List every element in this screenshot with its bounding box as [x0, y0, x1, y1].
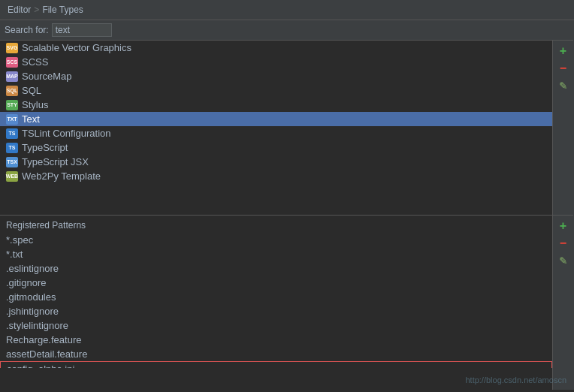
pattern-item[interactable]: .gitignore [0, 276, 552, 290]
title-bar: Editor > File Types [0, 0, 574, 20]
pattern-text: config_alpha.ini [7, 363, 74, 368]
registered-patterns-header: Registered Patterns [0, 216, 552, 233]
file-type-name: SourceMap [22, 71, 71, 82]
file-type-item[interactable]: STY Stylus [0, 98, 552, 112]
pattern-text: *.spec [6, 234, 33, 246]
add-file-type-button[interactable]: + [556, 44, 571, 59]
file-type-icon: SVG [6, 43, 18, 53]
watermark: http://blog.csdn.net/amoscn [465, 375, 566, 384]
file-type-name: SCSS [22, 56, 48, 68]
remove-file-type-button[interactable]: − [556, 61, 571, 76]
remove-pattern-button[interactable]: − [556, 236, 571, 251]
file-type-icon: SCS [6, 57, 18, 68]
pattern-text: .eslintignore [6, 263, 59, 274]
search-input[interactable] [52, 23, 112, 37]
file-type-name: Stylus [22, 99, 48, 110]
separator: > [34, 5, 39, 15]
file-types-label: File Types [42, 5, 83, 15]
file-type-item[interactable]: SVG Scalable Vector Graphics [0, 41, 552, 55]
pattern-text: Recharge.feature [6, 334, 81, 345]
file-type-icon: STY [6, 100, 18, 110]
file-type-icon: WEB [6, 171, 18, 182]
file-types-actions: + − ✎ [552, 41, 573, 215]
file-type-name: TSLint Configuration [22, 128, 111, 139]
pattern-item[interactable]: Recharge.feature [0, 333, 552, 347]
pattern-text: *.txt [6, 249, 23, 260]
file-type-name: TypeScript [22, 142, 68, 153]
file-type-item[interactable]: TSX TypeScript JSX [0, 155, 552, 169]
pattern-item[interactable]: assetDetail.feature [0, 347, 552, 361]
file-type-icon: MAP [6, 71, 18, 82]
pattern-item[interactable]: config_alpha.ini [0, 361, 552, 368]
pattern-text: .jshintignore [6, 306, 59, 317]
add-pattern-button[interactable]: + [556, 219, 571, 234]
pattern-item[interactable]: .gitmodules [0, 290, 552, 304]
edit-pattern-button[interactable]: ✎ [556, 253, 571, 268]
pattern-item[interactable]: .jshintignore [0, 304, 552, 318]
pattern-item[interactable]: .eslintignore [0, 261, 552, 276]
pattern-text: .gitignore [6, 277, 46, 288]
file-type-item[interactable]: WEB Web2Py Template [0, 169, 552, 183]
file-type-icon: TSX [6, 157, 18, 167]
pattern-text: .stylelintignore [6, 320, 68, 331]
search-bar: Search for: [0, 20, 573, 41]
file-type-item[interactable]: TS TypeScript [0, 140, 552, 155]
pattern-item[interactable]: *.txt [0, 247, 552, 261]
file-type-name: Scalable Vector Graphics [22, 42, 131, 53]
edit-file-type-button[interactable]: ✎ [556, 78, 571, 93]
file-type-icon: SQL [6, 86, 18, 96]
pattern-text: .gitmodules [6, 291, 56, 303]
file-type-name: Web2Py Template [22, 170, 101, 182]
editor-label: Editor [8, 5, 31, 15]
file-type-item[interactable]: TS TSLint Configuration [0, 126, 552, 140]
pattern-text: assetDetail.feature [6, 348, 87, 360]
file-type-icon: TS [6, 128, 18, 139]
file-type-item[interactable]: SCS SCSS [0, 55, 552, 69]
pattern-item[interactable]: *.spec [0, 233, 552, 247]
patterns-list: *.spec*.txt.eslintignore.gitignore.gitmo… [0, 233, 552, 368]
file-type-item[interactable]: SQL SQL [0, 83, 552, 98]
file-type-name: Text [22, 113, 40, 125]
pattern-item[interactable]: .stylelintignore [0, 318, 552, 333]
file-type-name: SQL [22, 85, 41, 96]
file-type-item[interactable]: MAP SourceMap [0, 69, 552, 83]
file-type-item[interactable]: TXT Text [0, 112, 552, 126]
file-type-icon: TS [6, 143, 18, 153]
pattern-actions: + − ✎ [552, 216, 573, 390]
search-label: Search for: [5, 25, 49, 35]
file-types-list: SVG Scalable Vector Graphics SCS SCSS MA… [0, 41, 552, 183]
file-type-icon: TXT [6, 114, 18, 125]
file-type-name: TypeScript JSX [22, 156, 89, 167]
